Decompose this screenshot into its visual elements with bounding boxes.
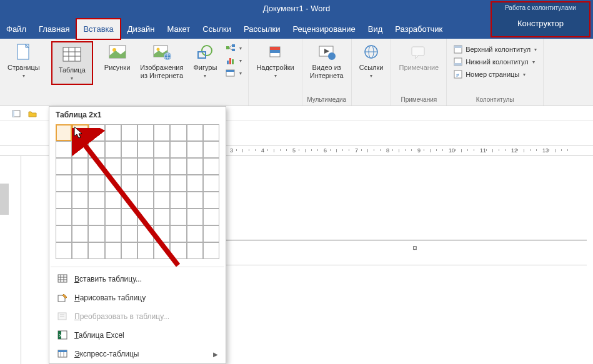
grid-cell[interactable] bbox=[203, 124, 219, 141]
grid-cell[interactable] bbox=[137, 242, 154, 259]
grid-cell[interactable] bbox=[56, 209, 72, 225]
folder-icon[interactable] bbox=[27, 109, 37, 119]
footer-button[interactable]: Нижний колонтитул▾ bbox=[451, 56, 539, 67]
grid-cell[interactable] bbox=[121, 209, 137, 225]
grid-cell[interactable] bbox=[170, 175, 186, 192]
grid-cell[interactable] bbox=[72, 141, 88, 158]
grid-cell[interactable] bbox=[121, 141, 137, 158]
grid-cell[interactable] bbox=[137, 158, 154, 175]
excel-table-menu-item[interactable]: X Таблица Excel bbox=[49, 326, 226, 345]
grid-cell[interactable] bbox=[187, 209, 203, 225]
grid-cell[interactable] bbox=[170, 124, 186, 141]
grid-cell[interactable] bbox=[121, 192, 137, 209]
grid-cell[interactable] bbox=[187, 192, 203, 209]
grid-cell[interactable] bbox=[121, 175, 137, 192]
grid-cell[interactable] bbox=[137, 124, 154, 141]
grid-cell[interactable] bbox=[121, 225, 137, 242]
grid-cell[interactable] bbox=[203, 192, 219, 209]
grid-cell[interactable] bbox=[88, 175, 104, 192]
grid-cell[interactable] bbox=[56, 225, 72, 242]
comment-button[interactable]: Примечание bbox=[395, 41, 442, 73]
grid-cell[interactable] bbox=[203, 141, 219, 158]
grid-cell[interactable] bbox=[56, 192, 72, 209]
nav-pane-icon[interactable] bbox=[11, 109, 21, 119]
grid-cell[interactable] bbox=[105, 242, 121, 259]
grid-cell[interactable] bbox=[88, 141, 104, 158]
grid-cell[interactable] bbox=[88, 158, 104, 175]
grid-cell[interactable] bbox=[187, 225, 203, 242]
grid-cell[interactable] bbox=[154, 175, 170, 192]
grid-cell[interactable] bbox=[154, 141, 170, 158]
grid-cell[interactable] bbox=[88, 209, 104, 225]
tab-insert[interactable]: Вставка bbox=[76, 18, 121, 40]
tab-view[interactable]: Вид bbox=[362, 21, 389, 39]
grid-cell[interactable] bbox=[72, 124, 88, 141]
grid-cell[interactable] bbox=[105, 225, 121, 242]
grid-cell[interactable] bbox=[72, 192, 88, 209]
header-button[interactable]: Верхний колонтитул▾ bbox=[451, 44, 539, 55]
grid-cell[interactable] bbox=[105, 124, 121, 141]
grid-cell[interactable] bbox=[72, 158, 88, 175]
tab-mailings[interactable]: Рассылки bbox=[237, 21, 286, 39]
grid-cell[interactable] bbox=[170, 242, 186, 259]
grid-cell[interactable] bbox=[105, 209, 121, 225]
grid-cell[interactable] bbox=[203, 225, 219, 242]
pages-button[interactable]: Страницы ▾ bbox=[4, 41, 44, 80]
grid-cell[interactable] bbox=[170, 209, 186, 225]
tab-developer[interactable]: Разработчик bbox=[389, 21, 449, 39]
grid-cell[interactable] bbox=[137, 209, 154, 225]
grid-cell[interactable] bbox=[105, 141, 121, 158]
grid-cell[interactable] bbox=[121, 158, 137, 175]
grid-cell[interactable] bbox=[154, 158, 170, 175]
grid-cell[interactable] bbox=[56, 124, 72, 141]
grid-cell[interactable] bbox=[88, 242, 104, 259]
grid-cell[interactable] bbox=[56, 175, 72, 192]
grid-cell[interactable] bbox=[72, 175, 88, 192]
tab-layout[interactable]: Макет bbox=[161, 21, 196, 39]
grid-cell[interactable] bbox=[187, 242, 203, 259]
grid-cell[interactable] bbox=[203, 209, 219, 225]
grid-cell[interactable] bbox=[89, 124, 105, 141]
grid-cell[interactable] bbox=[187, 175, 203, 192]
screenshot-button[interactable]: ▾ bbox=[223, 67, 244, 79]
grid-cell[interactable] bbox=[105, 175, 121, 192]
grid-cell[interactable] bbox=[56, 158, 72, 175]
tab-references[interactable]: Ссылки bbox=[196, 21, 237, 39]
quick-tables-menu-item[interactable]: Экспресс-таблицы ▶ bbox=[49, 345, 226, 363]
grid-cell[interactable] bbox=[170, 192, 186, 209]
grid-cell[interactable] bbox=[154, 124, 170, 141]
table-grid-picker[interactable] bbox=[49, 122, 226, 264]
grid-cell[interactable] bbox=[170, 225, 186, 242]
grid-cell[interactable] bbox=[72, 225, 88, 242]
insert-table-menu-item[interactable]: Вставить таблицу... bbox=[49, 270, 226, 288]
grid-cell[interactable] bbox=[154, 192, 170, 209]
shapes-button[interactable]: Фигуры ▾ bbox=[189, 41, 221, 80]
addins-button[interactable]: Надстройки ▾ bbox=[252, 41, 297, 80]
grid-cell[interactable] bbox=[105, 192, 121, 209]
links-button[interactable]: Ссылки ▾ bbox=[356, 41, 387, 80]
grid-cell[interactable] bbox=[187, 158, 203, 175]
grid-cell[interactable] bbox=[72, 209, 88, 225]
grid-cell[interactable] bbox=[170, 141, 186, 158]
grid-cell[interactable] bbox=[203, 242, 219, 259]
online-video-button[interactable]: Видео из Интернета bbox=[306, 41, 347, 81]
tab-design[interactable]: Дизайн bbox=[121, 21, 161, 39]
grid-cell[interactable] bbox=[105, 158, 121, 175]
grid-cell[interactable] bbox=[121, 124, 137, 141]
page-number-button[interactable]: #Номер страницы▾ bbox=[451, 69, 539, 80]
tab-review[interactable]: Рецензирование bbox=[286, 21, 361, 39]
grid-cell[interactable] bbox=[137, 192, 154, 209]
grid-cell[interactable] bbox=[187, 124, 203, 141]
grid-cell[interactable] bbox=[203, 175, 219, 192]
tab-home[interactable]: Главная bbox=[32, 21, 76, 39]
grid-cell[interactable] bbox=[88, 192, 104, 209]
grid-cell[interactable] bbox=[88, 225, 104, 242]
draw-table-menu-item[interactable]: Нарисовать таблицу bbox=[49, 288, 226, 307]
grid-cell[interactable] bbox=[72, 242, 88, 259]
grid-cell[interactable] bbox=[154, 242, 170, 259]
pictures-button[interactable]: Рисунки bbox=[101, 41, 134, 73]
grid-cell[interactable] bbox=[203, 158, 219, 175]
table-button[interactable]: Таблица ▾ bbox=[55, 44, 89, 82]
grid-cell[interactable] bbox=[137, 175, 154, 192]
grid-cell[interactable] bbox=[121, 242, 137, 259]
